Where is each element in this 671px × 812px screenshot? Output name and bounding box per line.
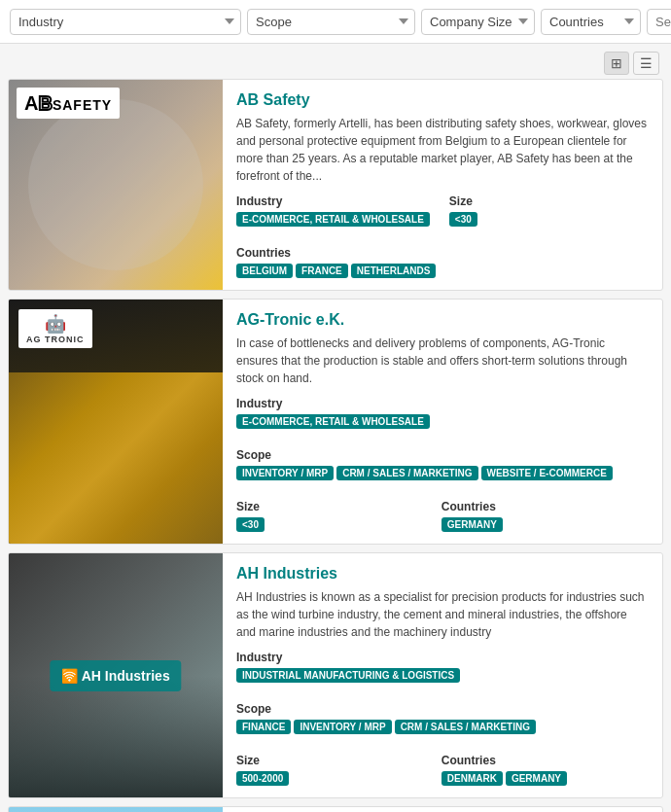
company-description: AB Safety, formerly Artelli, has been di… [236,115,649,185]
countries-section: Countries Germany [441,500,627,532]
size-label: Size [236,500,422,513]
size-section: Size <30 [236,500,422,532]
search-input[interactable] [647,9,671,35]
size-label: Size [236,754,422,767]
size-tag: 500-2000 [236,771,289,786]
company-card-airtec-braids: ✈ ✈ AIRTEC-BRAIDS AIRBUS A380 AIRTEC-BRA… [8,806,663,812]
industry-tags: E-COMMERCE, RETAIL & WHOLESALE [236,414,430,429]
countries-section: Countries Denmark Germany [441,754,627,786]
industry-label: Industry [236,194,430,208]
size-label: Size [449,194,635,208]
company-body-ah-industries: AH Industries AH Industries is known as … [223,553,662,797]
country-tags: Belgium France Netherlands [236,264,436,278]
country-tags: Germany [441,517,627,532]
size-tags: <30 [449,212,635,227]
company-meta: Industry E-COMMERCE, RETAIL & WHOLESALE … [236,397,649,532]
country-tag-1: France [296,264,348,278]
industry-section: Industry INDUSTRIAL MANUFACTURING & LOGI… [236,651,460,683]
view-toggle: ⊞ ☰ [0,44,671,79]
country-tag-1: Germany [506,771,567,786]
country-tag-0: Belgium [236,264,293,278]
company-body-ag-tronic: AG-Tronic e.K. In case of bottlenecks an… [223,300,662,544]
size-section: Size <30 [449,194,635,227]
company-name: AB Safety [236,91,649,109]
scope-tag-0: Inventory / MRP [236,466,334,480]
company-body-airtec-braids: AIRTEC-BRAIDS AIRTEC-BRAIDS GmbH is a le… [223,807,662,812]
countries-section: Countries Belgium France Netherlands [236,246,436,278]
industry-tags: E-COMMERCE, RETAIL & WHOLESALE [236,212,430,227]
company-meta: Industry INDUSTRIAL MANUFACTURING & LOGI… [236,651,649,786]
company-name: AH Industries [236,565,649,583]
company-meta: Industry E-COMMERCE, RETAIL & WHOLESALE … [236,194,649,278]
country-tag-2: Netherlands [351,264,437,278]
company-card-ah-industries: 🛜 AH Industries AH Industries AH Industr… [8,552,663,798]
countries-label: Countries [236,246,436,260]
scope-tag-2: Website / E-Commerce [481,466,613,480]
country-tags: Denmark Germany [441,771,627,786]
grid-view-button[interactable]: ⊞ [604,52,629,75]
company-image-ag-tronic: 🤖 AG TRONIC [9,300,223,544]
industry-section: Industry E-COMMERCE, RETAIL & WHOLESALE [236,397,430,429]
industry-tag: INDUSTRIAL MANUFACTURING & LOGISTICS [236,668,460,683]
industry-label: Industry [236,651,460,664]
size-section: Size 500-2000 [236,754,422,786]
industry-tag: E-COMMERCE, RETAIL & WHOLESALE [236,212,430,227]
scope-section: Scope Finance Inventory / MRP CRM / Sale… [236,702,536,734]
scope-label: Scope [236,448,613,462]
scope-tag-1: CRM / Sales / Marketing [336,466,477,480]
company-image-ab-safety: ABSAFETY [9,80,223,290]
scope-tag-1: Inventory / MRP [294,720,391,734]
scope-tags: Inventory / MRP CRM / Sales / Marketing … [236,466,613,480]
industry-tags: INDUSTRIAL MANUFACTURING & LOGISTICS [236,668,460,683]
size-tags: 500-2000 [236,771,422,786]
company-card-ag-tronic: 🤖 AG TRONIC AG-Tronic e.K. In case of bo… [8,299,663,545]
countries-label: Countries [441,754,627,767]
company-name: AG-Tronic e.K. [236,311,649,329]
country-tag-0: Denmark [441,771,503,786]
size-tag: <30 [449,212,477,227]
scope-tag-2: CRM / Sales / Marketing [395,720,536,734]
industry-section: Industry E-COMMERCE, RETAIL & WHOLESALE [236,194,430,227]
company-image-ah-industries: 🛜 AH Industries [9,553,223,797]
list-view-button[interactable]: ☰ [633,52,659,75]
size-tags: <30 [236,517,422,532]
scope-label: Scope [236,702,536,716]
countries-label: Countries [441,500,627,513]
industry-select[interactable]: IndustryE-Commerce, Retail & WholesaleIn… [10,9,241,35]
company-description: AH Industries is known as a specialist f… [236,588,649,641]
industry-tag: E-COMMERCE, RETAIL & WHOLESALE [236,414,430,429]
toolbar: IndustryE-Commerce, Retail & WholesaleIn… [0,0,671,44]
scope-select[interactable]: ScopeInventory / MRPCRM / Sales / Market… [247,9,415,35]
company-card-ab-safety: ABSAFETY AB Safety AB Safety, formerly A… [8,79,663,291]
company-description: In case of bottlenecks and delivery prob… [236,335,649,387]
scope-tag-0: Finance [236,720,291,734]
company-body-ab-safety: AB Safety AB Safety, formerly Artelli, h… [223,80,662,290]
scope-tags: Finance Inventory / MRP CRM / Sales / Ma… [236,720,536,734]
industry-label: Industry [236,397,430,410]
company-size-select[interactable]: Company Size<3030-100100-500500-1000500-… [421,9,535,35]
countries-select[interactable]: CountriesBelgiumFranceNetherlandsGermany… [541,9,641,35]
company-image-airtec-braids: ✈ ✈ AIRTEC-BRAIDS AIRBUS A380 [9,807,223,812]
scope-section: Scope Inventory / MRP CRM / Sales / Mark… [236,448,613,480]
country-tag-0: Germany [441,517,503,532]
size-tag: <30 [236,517,265,532]
